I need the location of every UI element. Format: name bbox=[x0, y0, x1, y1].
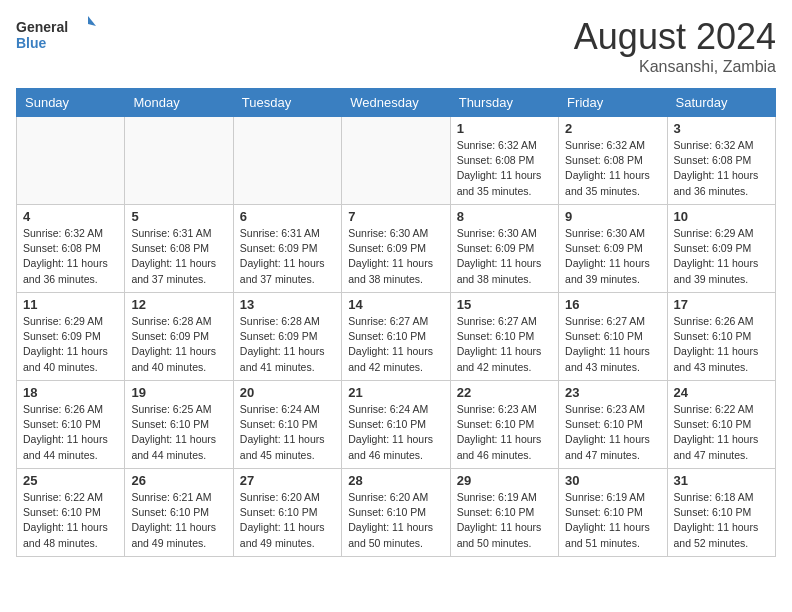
day-number: 18 bbox=[23, 385, 118, 400]
header-sunday: Sunday bbox=[17, 89, 125, 117]
calendar-cell: 11Sunrise: 6:29 AMSunset: 6:09 PMDayligh… bbox=[17, 293, 125, 381]
day-info: Sunrise: 6:23 AMSunset: 6:10 PMDaylight:… bbox=[565, 402, 660, 463]
day-number: 12 bbox=[131, 297, 226, 312]
calendar-cell: 27Sunrise: 6:20 AMSunset: 6:10 PMDayligh… bbox=[233, 469, 341, 557]
calendar-cell: 10Sunrise: 6:29 AMSunset: 6:09 PMDayligh… bbox=[667, 205, 775, 293]
day-number: 22 bbox=[457, 385, 552, 400]
calendar-cell: 17Sunrise: 6:26 AMSunset: 6:10 PMDayligh… bbox=[667, 293, 775, 381]
calendar-cell: 14Sunrise: 6:27 AMSunset: 6:10 PMDayligh… bbox=[342, 293, 450, 381]
day-number: 5 bbox=[131, 209, 226, 224]
calendar-cell bbox=[125, 117, 233, 205]
day-number: 10 bbox=[674, 209, 769, 224]
calendar-table: Sunday Monday Tuesday Wednesday Thursday… bbox=[16, 88, 776, 557]
calendar-cell: 28Sunrise: 6:20 AMSunset: 6:10 PMDayligh… bbox=[342, 469, 450, 557]
day-info: Sunrise: 6:28 AMSunset: 6:09 PMDaylight:… bbox=[131, 314, 226, 375]
calendar-cell: 12Sunrise: 6:28 AMSunset: 6:09 PMDayligh… bbox=[125, 293, 233, 381]
calendar-cell: 16Sunrise: 6:27 AMSunset: 6:10 PMDayligh… bbox=[559, 293, 667, 381]
day-number: 19 bbox=[131, 385, 226, 400]
header-friday: Friday bbox=[559, 89, 667, 117]
day-number: 31 bbox=[674, 473, 769, 488]
calendar-cell: 20Sunrise: 6:24 AMSunset: 6:10 PMDayligh… bbox=[233, 381, 341, 469]
calendar-cell: 15Sunrise: 6:27 AMSunset: 6:10 PMDayligh… bbox=[450, 293, 558, 381]
day-number: 29 bbox=[457, 473, 552, 488]
svg-text:General: General bbox=[16, 19, 68, 35]
day-number: 7 bbox=[348, 209, 443, 224]
header-thursday: Thursday bbox=[450, 89, 558, 117]
day-info: Sunrise: 6:31 AMSunset: 6:08 PMDaylight:… bbox=[131, 226, 226, 287]
calendar-cell: 19Sunrise: 6:25 AMSunset: 6:10 PMDayligh… bbox=[125, 381, 233, 469]
calendar-cell: 2Sunrise: 6:32 AMSunset: 6:08 PMDaylight… bbox=[559, 117, 667, 205]
logo: General Blue bbox=[16, 16, 96, 54]
day-number: 17 bbox=[674, 297, 769, 312]
calendar-cell: 4Sunrise: 6:32 AMSunset: 6:08 PMDaylight… bbox=[17, 205, 125, 293]
header-wednesday: Wednesday bbox=[342, 89, 450, 117]
day-info: Sunrise: 6:21 AMSunset: 6:10 PMDaylight:… bbox=[131, 490, 226, 551]
day-number: 20 bbox=[240, 385, 335, 400]
title-area: August 2024 Kansanshi, Zambia bbox=[574, 16, 776, 76]
svg-marker-1 bbox=[88, 16, 96, 26]
calendar-cell bbox=[233, 117, 341, 205]
day-number: 28 bbox=[348, 473, 443, 488]
day-number: 8 bbox=[457, 209, 552, 224]
day-info: Sunrise: 6:30 AMSunset: 6:09 PMDaylight:… bbox=[348, 226, 443, 287]
week-row-4: 18Sunrise: 6:26 AMSunset: 6:10 PMDayligh… bbox=[17, 381, 776, 469]
calendar-cell: 22Sunrise: 6:23 AMSunset: 6:10 PMDayligh… bbox=[450, 381, 558, 469]
day-info: Sunrise: 6:19 AMSunset: 6:10 PMDaylight:… bbox=[565, 490, 660, 551]
calendar-cell: 8Sunrise: 6:30 AMSunset: 6:09 PMDaylight… bbox=[450, 205, 558, 293]
day-number: 13 bbox=[240, 297, 335, 312]
day-info: Sunrise: 6:24 AMSunset: 6:10 PMDaylight:… bbox=[240, 402, 335, 463]
day-info: Sunrise: 6:22 AMSunset: 6:10 PMDaylight:… bbox=[23, 490, 118, 551]
day-info: Sunrise: 6:32 AMSunset: 6:08 PMDaylight:… bbox=[23, 226, 118, 287]
day-number: 3 bbox=[674, 121, 769, 136]
day-number: 26 bbox=[131, 473, 226, 488]
calendar-cell: 18Sunrise: 6:26 AMSunset: 6:10 PMDayligh… bbox=[17, 381, 125, 469]
svg-text:Blue: Blue bbox=[16, 35, 47, 51]
calendar-cell bbox=[17, 117, 125, 205]
calendar-cell: 7Sunrise: 6:30 AMSunset: 6:09 PMDaylight… bbox=[342, 205, 450, 293]
day-number: 6 bbox=[240, 209, 335, 224]
day-info: Sunrise: 6:32 AMSunset: 6:08 PMDaylight:… bbox=[674, 138, 769, 199]
day-number: 23 bbox=[565, 385, 660, 400]
day-info: Sunrise: 6:24 AMSunset: 6:10 PMDaylight:… bbox=[348, 402, 443, 463]
week-row-2: 4Sunrise: 6:32 AMSunset: 6:08 PMDaylight… bbox=[17, 205, 776, 293]
header-saturday: Saturday bbox=[667, 89, 775, 117]
header-monday: Monday bbox=[125, 89, 233, 117]
calendar-cell: 9Sunrise: 6:30 AMSunset: 6:09 PMDaylight… bbox=[559, 205, 667, 293]
day-info: Sunrise: 6:29 AMSunset: 6:09 PMDaylight:… bbox=[674, 226, 769, 287]
day-number: 21 bbox=[348, 385, 443, 400]
calendar-cell: 30Sunrise: 6:19 AMSunset: 6:10 PMDayligh… bbox=[559, 469, 667, 557]
day-info: Sunrise: 6:32 AMSunset: 6:08 PMDaylight:… bbox=[457, 138, 552, 199]
day-number: 2 bbox=[565, 121, 660, 136]
calendar-cell: 24Sunrise: 6:22 AMSunset: 6:10 PMDayligh… bbox=[667, 381, 775, 469]
day-number: 27 bbox=[240, 473, 335, 488]
days-header-row: Sunday Monday Tuesday Wednesday Thursday… bbox=[17, 89, 776, 117]
calendar-cell: 3Sunrise: 6:32 AMSunset: 6:08 PMDaylight… bbox=[667, 117, 775, 205]
calendar-title: August 2024 bbox=[574, 16, 776, 58]
day-info: Sunrise: 6:26 AMSunset: 6:10 PMDaylight:… bbox=[674, 314, 769, 375]
day-number: 25 bbox=[23, 473, 118, 488]
day-info: Sunrise: 6:26 AMSunset: 6:10 PMDaylight:… bbox=[23, 402, 118, 463]
day-number: 9 bbox=[565, 209, 660, 224]
day-info: Sunrise: 6:32 AMSunset: 6:08 PMDaylight:… bbox=[565, 138, 660, 199]
day-number: 1 bbox=[457, 121, 552, 136]
calendar-cell: 23Sunrise: 6:23 AMSunset: 6:10 PMDayligh… bbox=[559, 381, 667, 469]
calendar-cell: 31Sunrise: 6:18 AMSunset: 6:10 PMDayligh… bbox=[667, 469, 775, 557]
calendar-cell: 13Sunrise: 6:28 AMSunset: 6:09 PMDayligh… bbox=[233, 293, 341, 381]
header: General Blue August 2024 Kansanshi, Zamb… bbox=[16, 16, 776, 76]
calendar-cell: 21Sunrise: 6:24 AMSunset: 6:10 PMDayligh… bbox=[342, 381, 450, 469]
day-number: 15 bbox=[457, 297, 552, 312]
generalblue-logo-icon: General Blue bbox=[16, 16, 96, 54]
day-info: Sunrise: 6:28 AMSunset: 6:09 PMDaylight:… bbox=[240, 314, 335, 375]
day-info: Sunrise: 6:27 AMSunset: 6:10 PMDaylight:… bbox=[457, 314, 552, 375]
day-info: Sunrise: 6:20 AMSunset: 6:10 PMDaylight:… bbox=[240, 490, 335, 551]
day-info: Sunrise: 6:19 AMSunset: 6:10 PMDaylight:… bbox=[457, 490, 552, 551]
week-row-1: 1Sunrise: 6:32 AMSunset: 6:08 PMDaylight… bbox=[17, 117, 776, 205]
day-info: Sunrise: 6:27 AMSunset: 6:10 PMDaylight:… bbox=[348, 314, 443, 375]
day-info: Sunrise: 6:31 AMSunset: 6:09 PMDaylight:… bbox=[240, 226, 335, 287]
week-row-3: 11Sunrise: 6:29 AMSunset: 6:09 PMDayligh… bbox=[17, 293, 776, 381]
day-info: Sunrise: 6:22 AMSunset: 6:10 PMDaylight:… bbox=[674, 402, 769, 463]
week-row-5: 25Sunrise: 6:22 AMSunset: 6:10 PMDayligh… bbox=[17, 469, 776, 557]
calendar-cell: 5Sunrise: 6:31 AMSunset: 6:08 PMDaylight… bbox=[125, 205, 233, 293]
calendar-cell: 1Sunrise: 6:32 AMSunset: 6:08 PMDaylight… bbox=[450, 117, 558, 205]
calendar-subtitle: Kansanshi, Zambia bbox=[574, 58, 776, 76]
